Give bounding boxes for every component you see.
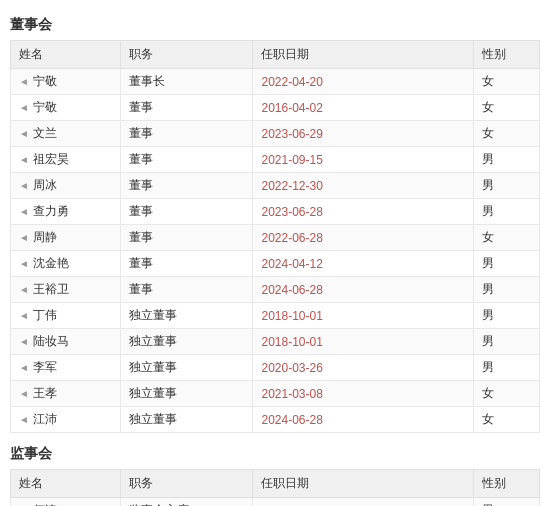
arrow-icon: ◄ bbox=[19, 310, 29, 321]
name-cell[interactable]: ◄何涛 bbox=[11, 498, 121, 507]
table-row: ◄文兰 董事 2023-06-29 女 bbox=[11, 121, 540, 147]
arrow-icon: ◄ bbox=[19, 76, 29, 87]
table-row: ◄祖宏昊 董事 2021-09-15 男 bbox=[11, 147, 540, 173]
name-cell[interactable]: ◄祖宏昊 bbox=[11, 147, 121, 173]
arrow-icon: ◄ bbox=[19, 388, 29, 399]
name-cell[interactable]: ◄陆妆马 bbox=[11, 329, 121, 355]
date-cell: 2020-03-26 bbox=[253, 355, 473, 381]
arrow-icon: ◄ bbox=[19, 102, 29, 113]
gender-cell: 男 bbox=[473, 303, 539, 329]
arrow-icon: ◄ bbox=[19, 206, 29, 217]
supervisory-title: 监事会 bbox=[10, 445, 540, 463]
role-cell: 董事 bbox=[121, 95, 253, 121]
role-cell: 董事 bbox=[121, 147, 253, 173]
role-cell: 独立董事 bbox=[121, 381, 253, 407]
role-cell: 监事会主席 bbox=[121, 498, 253, 507]
board-col-role: 职务 bbox=[121, 41, 253, 69]
supervisory-col-gender: 性别 bbox=[473, 470, 539, 498]
name-cell[interactable]: ◄江沛 bbox=[11, 407, 121, 433]
role-cell: 独立董事 bbox=[121, 329, 253, 355]
board-section: 董事会 姓名 职务 任职日期 性别 ◄宁敬 董事长 2022-04-20 女 ◄… bbox=[10, 16, 540, 433]
arrow-icon: ◄ bbox=[19, 232, 29, 243]
date-cell: 2022-06-28 bbox=[253, 225, 473, 251]
name-cell[interactable]: ◄周静 bbox=[11, 225, 121, 251]
arrow-icon: ◄ bbox=[19, 284, 29, 295]
gender-cell: 女 bbox=[473, 69, 539, 95]
supervisory-col-role: 职务 bbox=[121, 470, 253, 498]
role-cell: 董事长 bbox=[121, 69, 253, 95]
gender-cell: 女 bbox=[473, 407, 539, 433]
gender-cell: 男 bbox=[473, 251, 539, 277]
table-row: ◄周静 董事 2022-06-28 女 bbox=[11, 225, 540, 251]
role-cell: 董事 bbox=[121, 173, 253, 199]
date-cell: 2018-10-01 bbox=[253, 329, 473, 355]
arrow-icon: ◄ bbox=[19, 258, 29, 269]
gender-cell: 男 bbox=[473, 329, 539, 355]
arrow-icon: ◄ bbox=[19, 414, 29, 425]
gender-cell: 女 bbox=[473, 225, 539, 251]
table-row: ◄江沛 独立董事 2024-06-28 女 bbox=[11, 407, 540, 433]
name-cell[interactable]: ◄沈金艳 bbox=[11, 251, 121, 277]
role-cell: 独立董事 bbox=[121, 407, 253, 433]
gender-cell: 男 bbox=[473, 147, 539, 173]
name-cell[interactable]: ◄文兰 bbox=[11, 121, 121, 147]
board-table: 姓名 职务 任职日期 性别 ◄宁敬 董事长 2022-04-20 女 ◄宁敬 董… bbox=[10, 40, 540, 433]
board-col-gender: 性别 bbox=[473, 41, 539, 69]
name-cell[interactable]: ◄丁伟 bbox=[11, 303, 121, 329]
gender-cell: 男 bbox=[473, 277, 539, 303]
board-title: 董事会 bbox=[10, 16, 540, 34]
table-row: ◄宁敬 董事 2016-04-02 女 bbox=[11, 95, 540, 121]
gender-cell: 男 bbox=[473, 355, 539, 381]
name-cell[interactable]: ◄周冰 bbox=[11, 173, 121, 199]
role-cell: 独立董事 bbox=[121, 303, 253, 329]
date-cell: 2022-06-29 bbox=[253, 498, 473, 507]
name-cell[interactable]: ◄宁敬 bbox=[11, 69, 121, 95]
role-cell: 董事 bbox=[121, 225, 253, 251]
arrow-icon: ◄ bbox=[19, 154, 29, 165]
supervisory-header-row: 姓名 职务 任职日期 性别 bbox=[11, 470, 540, 498]
gender-cell: 男 bbox=[473, 199, 539, 225]
name-cell[interactable]: ◄宁敬 bbox=[11, 95, 121, 121]
board-col-date: 任职日期 bbox=[253, 41, 473, 69]
date-cell: 2022-12-30 bbox=[253, 173, 473, 199]
date-cell: 2022-04-20 bbox=[253, 69, 473, 95]
supervisory-col-name: 姓名 bbox=[11, 470, 121, 498]
board-header-row: 姓名 职务 任职日期 性别 bbox=[11, 41, 540, 69]
gender-cell: 男 bbox=[473, 173, 539, 199]
table-row: ◄查力勇 董事 2023-06-28 男 bbox=[11, 199, 540, 225]
date-cell: 2023-06-29 bbox=[253, 121, 473, 147]
gender-cell: 男 bbox=[473, 498, 539, 507]
date-cell: 2023-06-28 bbox=[253, 199, 473, 225]
table-row: ◄丁伟 独立董事 2018-10-01 男 bbox=[11, 303, 540, 329]
name-cell[interactable]: ◄王裕卫 bbox=[11, 277, 121, 303]
table-row: ◄周冰 董事 2022-12-30 男 bbox=[11, 173, 540, 199]
table-row: ◄沈金艳 董事 2024-04-12 男 bbox=[11, 251, 540, 277]
role-cell: 董事 bbox=[121, 199, 253, 225]
name-cell[interactable]: ◄李军 bbox=[11, 355, 121, 381]
supervisory-section: 监事会 姓名 职务 任职日期 性别 ◄何涛 监事会主席 2022-06-29 男… bbox=[10, 445, 540, 506]
role-cell: 董事 bbox=[121, 251, 253, 277]
gender-cell: 女 bbox=[473, 121, 539, 147]
role-cell: 独立董事 bbox=[121, 355, 253, 381]
date-cell: 2016-04-02 bbox=[253, 95, 473, 121]
table-row: ◄宁敬 董事长 2022-04-20 女 bbox=[11, 69, 540, 95]
arrow-icon: ◄ bbox=[19, 128, 29, 139]
table-row: ◄陆妆马 独立董事 2018-10-01 男 bbox=[11, 329, 540, 355]
role-cell: 董事 bbox=[121, 277, 253, 303]
table-row: ◄王孝 独立董事 2021-03-08 女 bbox=[11, 381, 540, 407]
table-row: ◄何涛 监事会主席 2022-06-29 男 bbox=[11, 498, 540, 507]
date-cell: 2024-06-28 bbox=[253, 407, 473, 433]
table-row: ◄李军 独立董事 2020-03-26 男 bbox=[11, 355, 540, 381]
supervisory-col-date: 任职日期 bbox=[253, 470, 473, 498]
supervisory-table: 姓名 职务 任职日期 性别 ◄何涛 监事会主席 2022-06-29 男 ◄何涛… bbox=[10, 469, 540, 506]
role-cell: 董事 bbox=[121, 121, 253, 147]
arrow-icon: ◄ bbox=[19, 336, 29, 347]
date-cell: 2018-10-01 bbox=[253, 303, 473, 329]
board-col-name: 姓名 bbox=[11, 41, 121, 69]
arrow-icon: ◄ bbox=[19, 180, 29, 191]
name-cell[interactable]: ◄查力勇 bbox=[11, 199, 121, 225]
arrow-icon: ◄ bbox=[19, 362, 29, 373]
date-cell: 2021-03-08 bbox=[253, 381, 473, 407]
table-row: ◄王裕卫 董事 2024-06-28 男 bbox=[11, 277, 540, 303]
name-cell[interactable]: ◄王孝 bbox=[11, 381, 121, 407]
